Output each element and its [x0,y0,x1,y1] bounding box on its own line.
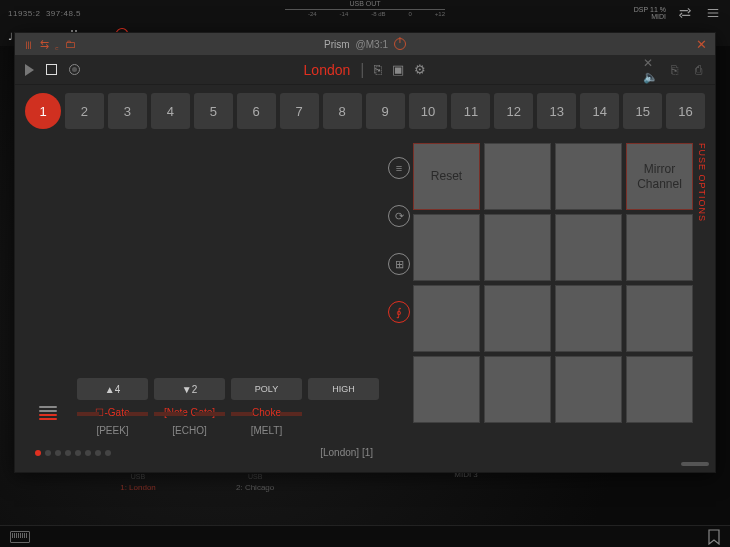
pad-2-2[interactable] [484,214,551,281]
pill-down[interactable]: ▼2 [154,378,225,400]
paste-icon[interactable]: ⎙ [691,63,705,77]
page-dot-7[interactable] [95,450,101,456]
usb-out-label: USB OUT [275,0,455,7]
pad-mirror-channel[interactable]: Mirror Channel [626,143,693,210]
page-dot-5[interactable] [75,450,81,456]
page-dot-8[interactable] [105,450,111,456]
step-14[interactable]: 14 [580,93,619,129]
pad-grid: Reset Mirror Channel [413,143,693,423]
side-sync-icon[interactable]: ⟳ [388,205,410,227]
keyboard-icon[interactable] [10,531,30,543]
scroll-handle[interactable] [681,462,709,466]
camera-icon[interactable]: ⎘ [374,62,382,77]
pad-reset[interactable]: Reset [413,143,480,210]
tab-mixer-icon[interactable]: ⫼ [23,38,34,51]
step-9[interactable]: 9 [366,93,405,129]
step-4[interactable]: 4 [151,93,190,129]
panel-titlebar: ⫼ ⇆ ꜀ 🗀 Prism @M3:1 ✕ [15,33,715,55]
step-15[interactable]: 15 [623,93,662,129]
step-row: 1 2 3 4 5 6 7 8 9 10 11 12 13 14 15 16 [15,85,715,137]
preset-row: London | ⎘ ▣ ⚙ ✕🔈 ⎘ ⎙ [15,55,715,85]
pill-up[interactable]: ▲4 [77,378,148,400]
image-icon[interactable]: ▣ [392,62,404,77]
left-controls: ▲4 ▼2 POLY HIGH ☐-Gate [Note Gate] Choke… [15,137,385,472]
step-10[interactable]: 10 [409,93,448,129]
panel-title-suffix: @M3:1 [356,39,388,50]
step-2[interactable]: 2 [65,93,104,129]
mute-icon[interactable]: ✕🔈 [643,63,657,77]
gray-echo[interactable]: [ECHO] [154,422,225,439]
step-6[interactable]: 6 [237,93,276,129]
step-16[interactable]: 16 [666,93,705,129]
pad-4-1[interactable] [413,356,480,423]
tab-folder-icon[interactable]: 🗀 [65,38,76,51]
step-8[interactable]: 8 [323,93,362,129]
dsp-label: DSP [634,6,648,13]
pad-4-4[interactable] [626,356,693,423]
output-meter: -24 -14 -8 dB 0 +12 [285,9,445,19]
page-dot-4[interactable] [65,450,71,456]
route-icon[interactable] [676,4,694,22]
stop-button[interactable] [46,64,57,75]
side-list-icon[interactable]: ≡ [388,157,410,179]
page-dot-3[interactable] [55,450,61,456]
gray-melt[interactable]: [MELT] [231,422,302,439]
pad-4-2[interactable] [484,356,551,423]
pad-1-2[interactable] [484,143,551,210]
side-grid-icon[interactable]: ⊞ [388,253,410,275]
page-label: [London] [1] [320,447,379,458]
pad-2-3[interactable] [555,214,622,281]
bookmark-icon[interactable] [708,529,720,545]
gear-icon[interactable]: ⚙ [414,62,426,77]
app-topbar: 11935:2 397:48.5 USB OUT -24 -14 -8 dB 0… [0,0,730,26]
gray-peek[interactable]: [PEEK] [77,422,148,439]
midi-label: MIDI [651,13,666,20]
red-notegate[interactable]: [Note Gate] [154,404,225,420]
step-3[interactable]: 3 [108,93,147,129]
counter-b: 397:48.5 [46,9,81,18]
menu-icon[interactable] [704,4,722,22]
fuse-options-label[interactable]: FUSE OPTIONS [697,143,707,222]
tab-route-icon[interactable]: ⇆ [40,38,49,51]
tab-sliders-icon[interactable]: ꜀ [55,38,59,51]
side-fuse-icon[interactable]: ∮ [388,301,410,323]
pad-4-3[interactable] [555,356,622,423]
step-7[interactable]: 7 [280,93,319,129]
red-gate[interactable]: ☐-Gate [77,404,148,420]
page-dot-2[interactable] [45,450,51,456]
step-13[interactable]: 13 [537,93,576,129]
step-12[interactable]: 12 [494,93,533,129]
panel-title-prefix: Prism [324,39,350,50]
step-11[interactable]: 11 [451,93,490,129]
prism-panel: ⫼ ⇆ ꜀ 🗀 Prism @M3:1 ✕ London | ⎘ ▣ ⚙ ✕🔈 … [14,32,716,473]
bottom-bar [0,525,730,547]
step-1[interactable]: 1 [25,93,61,129]
red-choke[interactable]: Choke [231,404,302,420]
counter-a: 11935:2 [8,9,40,18]
pill-poly[interactable]: POLY [231,378,302,400]
tempo-note-icon [8,31,13,42]
dsp-value: 11 % [650,6,666,13]
pad-3-3[interactable] [555,285,622,352]
record-button[interactable] [69,64,80,75]
pad-3-4[interactable] [626,285,693,352]
copy-icon[interactable]: ⎘ [667,63,681,77]
layer-menu-icon[interactable] [39,404,57,422]
play-button[interactable] [25,64,34,76]
divider: | [360,61,364,79]
step-5[interactable]: 5 [194,93,233,129]
pad-3-1[interactable] [413,285,480,352]
pill-high[interactable]: HIGH [308,378,379,400]
close-icon[interactable]: ✕ [696,37,707,52]
pad-2-1[interactable] [413,214,480,281]
pad-1-3[interactable] [555,143,622,210]
pad-3-2[interactable] [484,285,551,352]
pad-2-4[interactable] [626,214,693,281]
page-dot-1[interactable] [35,450,41,456]
page-dot-6[interactable] [85,450,91,456]
preset-name[interactable]: London [304,62,351,78]
power-icon[interactable] [394,38,406,50]
